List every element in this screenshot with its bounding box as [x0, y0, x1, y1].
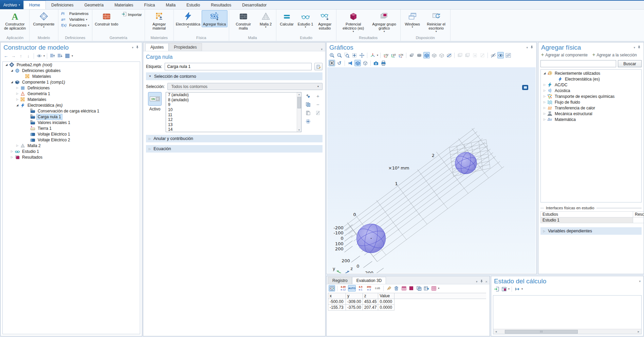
render-transparent-icon[interactable] [438, 52, 445, 58]
back-arrow-icon[interactable]: ← [3, 53, 9, 59]
attach-output-icon[interactable] [514, 286, 520, 292]
view-zx-icon[interactable]: zx [398, 52, 404, 58]
etiqueta-input[interactable] [165, 63, 312, 70]
expander-icon[interactable]: ▷ [542, 101, 547, 104]
panel-menu-icon[interactable]: ▾ [318, 48, 325, 51]
seleccion-dropdown[interactable]: Todos los contornos▾ [167, 83, 323, 90]
expander-icon[interactable]: ▷ [10, 156, 14, 159]
tree-item-resultados[interactable]: ▷ Resultados [3, 154, 140, 160]
tab-evaluation-3d[interactable]: Evaluation 3D [352, 277, 386, 284]
snapshot-camera-icon[interactable] [373, 60, 379, 66]
format-scientific-icon[interactable]: 8.85e-12 [339, 285, 347, 291]
select-box-icon[interactable] [329, 60, 335, 66]
tab-propiedades[interactable]: Propiedades [169, 43, 202, 51]
expander-icon[interactable]: ▷ [542, 89, 547, 92]
pin-icon[interactable] [530, 45, 534, 50]
section-variables-dependientes[interactable]: ▷ Variables dependientes [540, 227, 642, 235]
funciones-button[interactable]: f(x)Funciones▾ [60, 22, 91, 28]
tree-item-materiales-comp[interactable]: ▷ Materiales [3, 96, 140, 102]
panel-menu-icon[interactable]: ▾ [526, 46, 528, 49]
add-to-component-button[interactable]: +Agregar al componente [541, 52, 588, 57]
expander-icon[interactable]: ▷ [542, 118, 547, 121]
tab-definiciones[interactable]: Definiciones [46, 1, 79, 9]
hide-render-icon[interactable] [446, 52, 452, 58]
expander-icon[interactable]: ◢ [15, 104, 20, 107]
physics-item-electroestatica[interactable]: Electroestática (es) [541, 76, 641, 82]
physics-item-calor[interactable]: ▷ Transferencia de calor [541, 105, 641, 111]
format-engineering-icon[interactable]: 8.5e-1 [357, 285, 364, 291]
tab-estudio[interactable]: Estudio [181, 1, 205, 9]
componente-button[interactable]: Componente ▾ [31, 10, 57, 29]
collapse-all-icon[interactable] [49, 53, 56, 59]
plot-canvas[interactable]: 0 1 2 ×10³ mm -200 -100 0 100 200 200 0 … [327, 67, 536, 273]
table-settings-icon[interactable] [329, 285, 335, 291]
importar-button[interactable]: Importar [120, 11, 143, 18]
tree-item-conservacion[interactable]: Conservación de carga eléctrica 1 [3, 108, 140, 114]
create-selection-icon[interactable] [305, 93, 312, 99]
agregar-fisica-button[interactable]: Agregar física [202, 10, 227, 27]
potencial-electrico-button[interactable]: Potencial eléctrico (es) ▾ [338, 10, 369, 34]
physics-item-recientes[interactable]: ◢ Recientemente utilizados [541, 70, 641, 76]
format-auto-icon[interactable]: AUTO [348, 285, 356, 291]
horizontal-scrollbar[interactable]: ◄ ► [493, 329, 641, 334]
expander-icon[interactable]: ▷ [542, 106, 547, 109]
expander-icon[interactable]: ◢ [10, 69, 14, 72]
forward-arrow-icon[interactable]: → [10, 53, 17, 59]
expander-icon[interactable]: ▷ [15, 92, 20, 95]
electroestatica-button[interactable]: Electroestática ▾ [175, 10, 201, 29]
tree-item-electroestatica[interactable]: ◢ Electroestática(es) [3, 102, 140, 108]
caret-down-icon[interactable]: ▾ [438, 287, 439, 290]
scroll-down-icon[interactable]: ▼ [298, 128, 300, 132]
zoom-to-selection-icon[interactable] [305, 118, 312, 124]
tree-item-root[interactable]: ◢ Prueba2.mph(root) [3, 62, 140, 68]
panel-menu-icon[interactable]: ▾ [633, 46, 635, 49]
variables-button[interactable]: a=Variables▾ [60, 17, 91, 22]
skybox-icon[interactable] [362, 60, 368, 66]
pin-icon[interactable] [637, 45, 641, 50]
col-z[interactable]: z [363, 293, 378, 299]
physics-item-acdc[interactable]: ▷ AC/DC [541, 82, 641, 88]
buscar-button[interactable]: Buscar [618, 60, 642, 67]
physics-item-matematica[interactable]: ▷ Δu Matemática [541, 117, 641, 122]
list-item[interactable]: 10 [166, 107, 301, 112]
move-up-icon[interactable]: ↑ [18, 53, 24, 59]
list-item[interactable]: 13 [166, 122, 301, 127]
col-y[interactable]: y [346, 293, 363, 299]
tree-item-definiciones[interactable]: ▷ Definiciones [3, 85, 140, 91]
list-item[interactable]: 14 [166, 127, 301, 132]
clear-selection-icon[interactable] [315, 110, 321, 116]
tab-ajustes[interactable]: Ajustes [145, 43, 169, 51]
copy-table-icon[interactable] [416, 285, 422, 291]
section-seleccion-contorno[interactable]: ▼ Selección de contorno [146, 72, 323, 80]
expander-icon[interactable]: ◢ [542, 72, 547, 75]
add-to-selection-button[interactable]: +Agregar a la selección [592, 52, 637, 57]
tree-item-voltaje1[interactable]: Voltaje Eléctrico 1 [3, 131, 140, 137]
app-builder-button[interactable]: A Constructor de aplicación [2, 10, 28, 32]
physics-item-acustica[interactable]: ▷ Acústica [541, 88, 641, 93]
tab-resultados[interactable]: Resultados [205, 1, 237, 9]
agregar-material-button[interactable]: Agregar material [146, 10, 172, 32]
render-outline-icon[interactable] [431, 52, 437, 58]
panel-menu-icon[interactable]: ▾ [132, 46, 133, 49]
physics-item-flujo[interactable]: ▷ Flujo de fluido [541, 99, 641, 105]
vertical-scrollbar[interactable]: ▲ ▼ [297, 92, 301, 132]
scroll-left-icon[interactable]: ◄ [493, 330, 499, 333]
tree-item-malla2[interactable]: ▷ Malla 2 [3, 143, 140, 148]
scrollbar-thumb[interactable] [297, 97, 301, 108]
hide-objects-icon[interactable] [490, 52, 496, 58]
section-ecuacion[interactable]: ▷ Ecuación [146, 145, 323, 153]
tree-item-estudio1[interactable]: ▷ Estudio 1 [3, 148, 140, 154]
color-table-icon[interactable] [408, 285, 415, 291]
list-item[interactable]: 7 (anulado) [166, 92, 301, 97]
import-log-icon[interactable] [493, 286, 500, 292]
tree-item-voltaje2[interactable]: Voltaje Eléctrico 2 [3, 137, 140, 143]
caret-down-icon[interactable]: ▾ [72, 54, 73, 57]
scroll-right-icon[interactable]: ► [636, 330, 641, 333]
caret-down-icon[interactable]: ▾ [521, 287, 523, 290]
delete-table-icon[interactable] [393, 285, 400, 291]
tab-materiales[interactable]: Materiales [109, 1, 139, 9]
tree-item-tierra[interactable]: Tierra 1 [3, 125, 140, 131]
export-table-icon[interactable] [423, 285, 429, 291]
tree-item-valores-iniciales[interactable]: Valores iniciales 1 [3, 120, 140, 125]
table-row[interactable]: -500.00 -309.00 453.45 0.0000 [328, 299, 486, 305]
